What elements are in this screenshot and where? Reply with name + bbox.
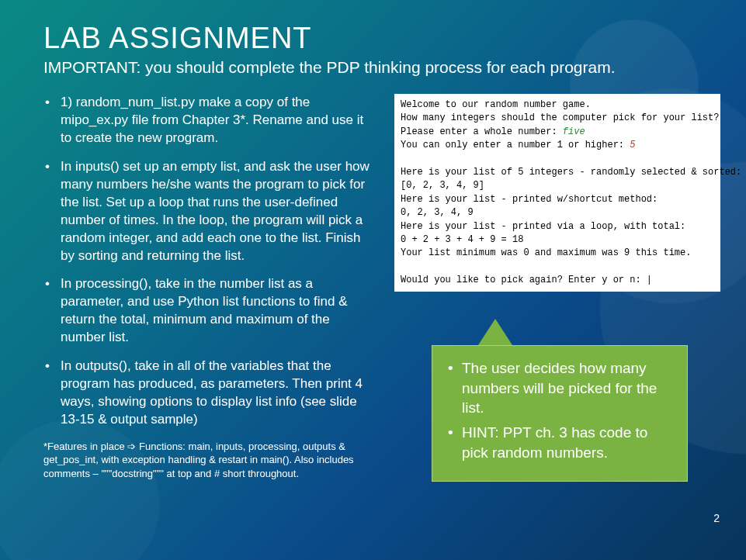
bullet-item: In inputs() set up an empty list, and as…	[43, 158, 377, 265]
callout-item: The user decides how many numbers will b…	[446, 358, 673, 418]
console-line: How many integers should the computer pi…	[401, 112, 719, 123]
console-line: Please enter a whole number:	[401, 126, 563, 137]
body-columns: 1) random_num_list.py make a copy of the…	[43, 94, 718, 481]
console-user-input: five	[563, 126, 585, 137]
slide-title: LAB ASSIGNMENT	[43, 22, 718, 55]
console-line: Would you like to pick again? Enter y or…	[401, 275, 652, 285]
console-line: You can only enter a number 1 or higher:	[401, 140, 630, 150]
left-column: 1) random_num_list.py make a copy of the…	[43, 94, 377, 481]
console-line: Here is your list of 5 integers - random…	[401, 167, 741, 178]
page-number: 2	[713, 512, 720, 524]
callout-pointer-icon	[478, 319, 512, 345]
console-line: Here is your list - printed via a loop, …	[401, 221, 685, 232]
bullet-item: 1) random_num_list.py make a copy of the…	[43, 94, 377, 147]
bullet-item: In outputs(), take in all of the variabl…	[43, 358, 377, 429]
slide: LAB ASSIGNMENT IMPORTANT: you should com…	[0, 0, 746, 560]
bullet-item: In processing(), take in the number list…	[43, 275, 377, 347]
callout-container: The user decides how many numbers will b…	[432, 319, 688, 482]
callout-box: The user decides how many numbers will b…	[432, 345, 688, 482]
right-column: Welcome to our random number game. How m…	[394, 94, 720, 481]
callout-item: HINT: PPT ch. 3 has code to pick random …	[446, 423, 673, 462]
console-output: Welcome to our random number game. How m…	[394, 94, 720, 292]
console-line: [0, 2, 3, 4, 9]	[401, 180, 484, 191]
console-line: 0, 2, 3, 4, 9	[401, 207, 474, 218]
console-line: Your list minimum was 0 and maximum was …	[401, 247, 691, 258]
slide-subtitle: IMPORTANT: you should complete the PDP t…	[43, 58, 718, 77]
console-line: 0 + 2 + 3 + 4 + 9 = 18	[401, 234, 523, 245]
console-line: Welcome to our random number game.	[401, 99, 591, 110]
footnote-text: *Features in place ➩ Functions: main, in…	[43, 440, 377, 481]
console-user-input: 5	[630, 140, 635, 150]
console-line: Here is your list - printed w/shortcut m…	[401, 194, 658, 205]
bullet-list: 1) random_num_list.py make a copy of the…	[43, 94, 377, 429]
callout-list: The user decides how many numbers will b…	[446, 358, 673, 462]
